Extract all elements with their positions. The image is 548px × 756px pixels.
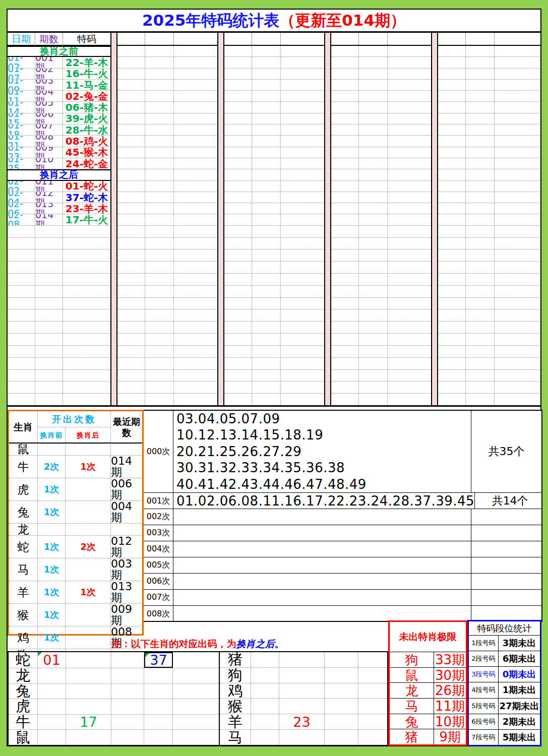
column-divider [431,33,438,405]
empty-row [224,147,324,158]
empty-row [8,226,110,238]
segment-row: 4段号码1期未出 [469,682,540,698]
empty-row [8,358,110,370]
result-row: 02-02011期01-蛇-火 [8,181,110,192]
result-period: 010期 [35,158,63,169]
empty-row [117,91,217,102]
code-cell [38,684,66,699]
unseen-row: 兔10期 [390,714,466,730]
unseen-zodiac: 猪 [390,729,434,744]
code-cell [251,683,279,699]
zodiac-stats-row: 虎1次006期 [9,478,142,501]
zodiac-label: 马 [220,730,251,745]
empty-row [438,136,540,147]
result-period: 005期 [35,102,63,112]
frequency-numbers [173,509,471,525]
result-row: 01-15006期39-虎-火 [8,113,110,124]
number-line: 30.31.32.33.34.35.36.38 [176,460,471,476]
empty-row [438,192,540,203]
empty-row [117,57,217,68]
zodiac-code-row: 鼠 [9,730,219,745]
number-line: 20.21.25.26.27.29 [176,444,471,460]
code-cell [358,668,387,683]
unseen-row: 狗33期 [390,652,466,668]
empty-row [224,358,324,370]
count-after: 2次 [66,536,111,558]
main-results-table: 日期 期数 特码 换肖之前01-02001期22-羊-木01-07002期16-… [8,31,540,407]
code-cell [111,730,144,745]
code-cell [279,730,325,745]
result-row: 01-23009期45-猴-木 [8,147,110,158]
empty-results-group [117,33,217,405]
empty-row [224,274,324,286]
unseen-row: 猪9期 [390,729,466,744]
segment-stats-box: 特码段位统计 1段号码3期未出2段号码6期未出3段号码0期未出4段号码1期未出5… [467,620,541,746]
header-period: 期数 [35,33,63,46]
code-cell [325,699,358,714]
frequency-numbers [173,557,471,573]
code-cell: 23 [279,714,325,729]
frequency-row: 006次 [144,574,541,590]
segment-row: 3段号码0期未出 [469,667,540,682]
section-header: 换肖之前 [8,46,110,57]
segment-row: 2段号码6期未出 [469,651,540,667]
frequency-label: 007次 [144,590,173,605]
result-row: 01-18007期28-牛-水 [8,124,110,136]
empty-row [438,322,540,334]
frequency-table: 000次03.04.05.07.0910.12.13.14.15.18.1920… [144,410,542,622]
empty-row [117,334,217,346]
empty-row [117,226,217,238]
result-code: 23-羊-木 [63,203,110,214]
zodiac-name: 羊 [9,581,38,603]
result-code: 45-猴-木 [63,147,110,158]
count-before [38,444,66,455]
count-before: 1次 [38,581,66,603]
zodiac-label: 兔 [9,684,38,699]
result-row: 02-06013期23-羊-木 [8,203,110,214]
empty-row [117,46,217,57]
frequency-numbers [173,590,471,605]
code-cell [251,668,279,683]
code-cell [358,714,387,729]
zodiac-stats-row: 猴1次009期 [9,604,142,626]
zodiac-code-row: 兔 [9,684,219,700]
zodiac-stats-row: 羊1次1次013期 [9,581,142,604]
empty-row [224,203,324,214]
zodiac-code-row: 羊23 [220,714,387,730]
result-date: 01-02 [8,57,35,68]
code-cell [66,730,111,745]
empty-row [331,158,431,169]
unseen-periods: 9期 [434,729,466,744]
empty-row [438,226,540,238]
unseen-zodiac: 鼠 [390,668,434,683]
header-zodiac: 生肖 [9,411,38,444]
code-cell [325,683,358,699]
result-code: 22-羊-木 [63,57,110,68]
empty-row [117,102,217,113]
zodiac-name: 马 [9,558,38,581]
empty-row [331,113,431,124]
unseen-row: 马11期 [390,699,466,714]
result-code: 01-蛇-火 [63,181,110,192]
count-before: 2次 [38,456,66,478]
frequency-count: 共35个 [471,411,541,492]
recent-period: 009期 [111,604,142,626]
zodiac-stats-header: 生肖 开出次数 换肖前 换肖后 最近期数 [9,411,142,444]
page: { "title": {"main": "2025年特码统计表", "suffi… [0,0,548,756]
zodiac-name: 牛 [9,456,38,478]
zodiac-name: 猴 [9,604,38,626]
frequency-label: 001次 [144,493,173,509]
code-cell [144,715,173,730]
empty-row [224,214,324,225]
empty-row [8,394,110,405]
empty-row [117,181,217,192]
code-cell [325,668,358,683]
header-draw-counts: 开出次数 [38,411,111,427]
result-code: 16-牛-火 [63,69,110,79]
note-prefix: 注：以下生肖的对应出码，为 [112,638,236,651]
empty-row [117,370,217,382]
segment-value: 1期未出 [499,682,540,698]
code-cell [144,668,173,683]
empty-row [331,169,431,180]
empty-row [224,102,324,113]
